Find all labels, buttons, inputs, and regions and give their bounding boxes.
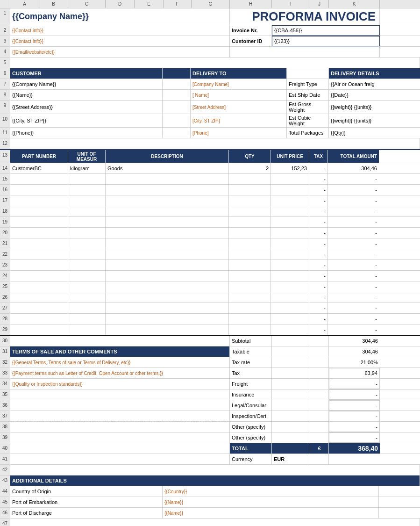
row-6: 6 CUSTOMER DELIVERY TO DELIVERY DETAILS <box>0 68 420 79</box>
freight-value: - <box>329 379 380 389</box>
row-42: 42 <box>0 465 420 476</box>
column-headers: A B C D E F G H I J K <box>0 0 420 8</box>
spreadsheet: A B C D E F G H I J K 1 {{Company Name}}… <box>0 0 420 526</box>
customer-street: {{Street Address}} <box>10 101 163 114</box>
tax-rate-value: 21,00% <box>329 357 380 367</box>
row-47: 47 <box>0 519 420 526</box>
col-header-j: J <box>310 0 329 8</box>
contact-info-2: {{Contact info}} <box>10 36 230 46</box>
col-uom: UNIT OF MEASUR <box>68 150 106 163</box>
row-4: 4 {{Email/website/etc}} <box>0 47 420 58</box>
gross-weight-value: {{weight}} {{units}} <box>329 101 420 114</box>
cubic-weight-label: Est Cubic Weight <box>287 114 329 127</box>
table-row-26: 26 -- <box>0 292 420 303</box>
table-row-14: 14 CustomerBC kilogram Goods 2 152,23 - … <box>0 163 420 174</box>
discharge-value: {{Name}} <box>163 508 379 518</box>
tax-label: Tax <box>230 368 272 378</box>
row-43: 43 ADDITIONAL DETAILS <box>0 476 420 486</box>
total-currency-symbol: € <box>310 443 329 454</box>
other2-label: Other (specify) <box>230 432 272 443</box>
row-41: 41 Currency EUR <box>0 454 420 465</box>
table-row-19: 19 -- <box>0 217 420 228</box>
tax-value: 63,94 <box>329 368 380 378</box>
col-header-c: C <box>68 0 106 8</box>
row-10: 10 {{City, ST ZIP}} [City, ST ZIP] Est C… <box>0 114 420 128</box>
table-row-21: 21 -- <box>0 238 420 249</box>
col-header-h: H <box>230 0 272 8</box>
total-value: 368,40 <box>329 443 380 454</box>
country-value: {{Country}} <box>163 486 379 497</box>
subtotal-value: 304,46 <box>329 336 380 346</box>
freight-type-label: Freight Type <box>287 79 329 89</box>
col-header-e: E <box>135 0 164 8</box>
col-header-g: G <box>192 0 230 8</box>
company-name: {{Company Name}} <box>10 8 230 25</box>
subtotal-label: Subtotal <box>230 336 272 346</box>
row-39: 39 Other (specify) - <box>0 432 420 443</box>
table-row-27: 27 -- <box>0 303 420 314</box>
col-header-b: B <box>39 0 68 8</box>
country-label: Country of Origin <box>10 486 163 497</box>
ship-date-value: {{Date}} <box>329 90 420 100</box>
row-40: 40 TOTAL € 368,40 <box>0 443 420 454</box>
taxable-value: 304,46 <box>329 346 380 357</box>
col-part-number: PART NUMBER <box>10 150 68 163</box>
row-tax-0: - <box>309 163 328 173</box>
freight-label: Freight <box>230 379 272 389</box>
gross-weight-label: Est Gross Weight <box>287 101 329 114</box>
terms-line3: {{Quality or Inspection standards}} <box>10 379 230 389</box>
row-total-1: - <box>328 174 379 184</box>
delivery-phone: [Phone] <box>191 128 287 138</box>
other1-label: Other (specify) <box>230 422 272 432</box>
col-qty: QTY <box>229 150 271 163</box>
table-row-22: 22 -- <box>0 249 420 260</box>
tax-rate-label: Tax rate <box>230 357 272 367</box>
table-row-20: 20 -- <box>0 228 420 238</box>
row-37: 37 Inspection/Cert. - <box>0 411 420 422</box>
table-row-24: 24 -- <box>0 271 420 281</box>
col-header-d: D <box>106 0 135 8</box>
customer-name: {{Name}} <box>10 90 163 100</box>
customer-company: {{Company Name}} <box>10 79 163 89</box>
freight-type-value: {{Air or Ocean freig <box>329 79 420 89</box>
packages-label: Total Packages <box>287 128 329 138</box>
table-row-15: 15 -- <box>0 174 420 185</box>
inspection-label: Inspection/Cert. <box>230 411 272 421</box>
additional-title: ADDITIONAL DETAILS <box>10 476 420 486</box>
customer-city: {{City, ST ZIP}} <box>10 114 163 127</box>
col-header-k: K <box>329 0 380 8</box>
delivery-name: [ Name] <box>191 90 287 100</box>
row-31: 31 TERMS OF SALE AND OTHER COMMENTS Taxa… <box>0 346 420 357</box>
invoice-nr-value: {{CBA-456}} <box>272 25 380 36</box>
row-35: 35 Insurance - <box>0 389 420 400</box>
row-44: 44 Country of Origin {{Country}} <box>0 486 420 497</box>
cubic-weight-value: {{weight}} {{units}} <box>329 114 420 127</box>
table-row-29: 29 -- <box>0 324 420 335</box>
row-uom-0: kilogram <box>68 163 106 173</box>
delivery-city: [City, ST ZIP] <box>191 114 287 127</box>
total-label: TOTAL <box>230 443 272 454</box>
table-row-17: 17 -- <box>0 195 420 206</box>
invoice-title: PROFORMA INVOICE <box>230 8 380 25</box>
col-desc: DESCRIPTION <box>106 150 229 163</box>
delivery-details-title: DELIVERY DETAILS <box>329 68 420 79</box>
terms-line1: {{General Terms, Terms of sale or Terms … <box>10 357 230 367</box>
legal-label: Legal/Consular <box>230 400 272 411</box>
customer-id-label: Customer ID <box>230 36 272 46</box>
row-qty-0: 2 <box>229 163 271 173</box>
customer-id-value: {{123}} <box>272 36 380 46</box>
table-row-25: 25 -- <box>0 281 420 292</box>
inspection-value: - <box>329 411 380 421</box>
delivery-company: [Company Name] <box>191 79 287 89</box>
terms-line2: {{Payment terms such as Letter of Credit… <box>10 368 230 378</box>
row-price-0: 152,23 <box>271 163 309 173</box>
row-8: 8 {{Name}} [ Name] Est Ship Date {{Date}… <box>0 90 420 101</box>
insurance-label: Insurance <box>230 389 272 400</box>
contact-info-1: {{Contact info}} <box>10 25 230 36</box>
row-30: 30 Subtotal 304,46 <box>0 335 420 346</box>
row-32: 32 {{General Terms, Terms of sale or Ter… <box>0 357 420 368</box>
invoice-nr-label: Invoice Nr. <box>230 25 272 36</box>
customer-phone: {{Phone}} <box>10 128 163 138</box>
row-tax-1: - <box>309 174 328 184</box>
row-3: 3 {{Contact info}} Customer ID {{123}} <box>0 36 420 47</box>
